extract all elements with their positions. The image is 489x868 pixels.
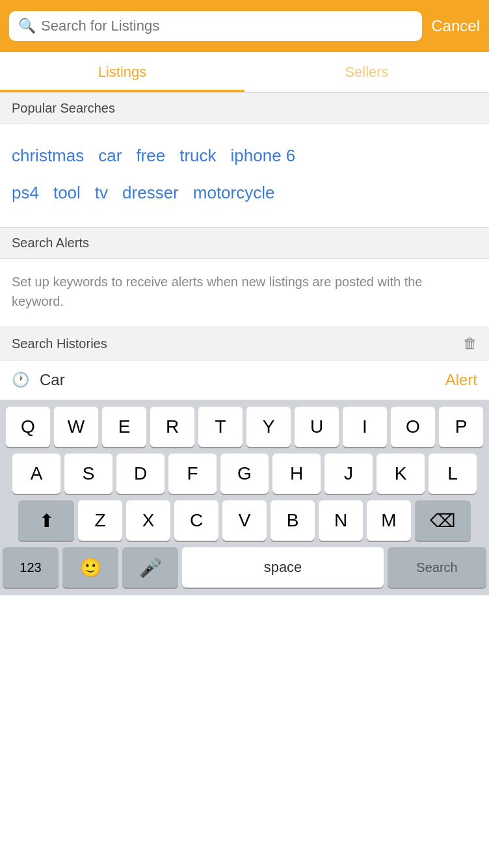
key-z[interactable]: Z	[78, 500, 122, 541]
key-g[interactable]: G	[220, 454, 269, 494]
key-t[interactable]: T	[198, 407, 243, 447]
key-r[interactable]: R	[150, 407, 194, 447]
keyboard-row-2: A S D F G H J K L	[3, 454, 486, 494]
tag-car[interactable]: car	[98, 146, 122, 165]
key-o[interactable]: O	[391, 407, 435, 447]
space-key[interactable]: space	[182, 547, 384, 588]
search-histories-header: Search Histories 🗑	[0, 327, 489, 360]
key-h[interactable]: H	[272, 454, 321, 494]
key-a[interactable]: A	[12, 454, 60, 494]
search-icon: 🔍	[18, 18, 36, 34]
key-y[interactable]: Y	[246, 407, 291, 447]
search-alerts-description: Set up keywords to receive alerts when n…	[0, 259, 489, 327]
header: 🔍 Cancel	[0, 0, 489, 52]
alert-link[interactable]: Alert	[445, 371, 477, 389]
key-b[interactable]: B	[271, 500, 315, 541]
key-k[interactable]: K	[377, 454, 425, 494]
key-m[interactable]: M	[367, 500, 411, 541]
tag-tool[interactable]: tool	[53, 183, 81, 202]
key-u[interactable]: U	[295, 407, 339, 447]
tag-motorcycle[interactable]: motorcycle	[193, 183, 275, 202]
key-v[interactable]: V	[222, 500, 267, 541]
tag-free[interactable]: free	[136, 146, 165, 165]
tab-listings[interactable]: Listings	[0, 52, 244, 92]
key-j[interactable]: J	[324, 454, 373, 494]
clock-icon: 🕐	[12, 372, 29, 388]
tag-christmas[interactable]: christmas	[12, 146, 84, 165]
popular-searches-header: Popular Searches	[0, 92, 489, 124]
history-item[interactable]: 🕐 Car Alert	[0, 360, 489, 400]
key-f[interactable]: F	[168, 454, 217, 494]
shift-key[interactable]: ⬆	[18, 500, 74, 541]
key-x[interactable]: X	[126, 500, 170, 541]
key-c[interactable]: C	[174, 500, 218, 541]
keyboard-row-3: ⬆ Z X C V B N M ⌫	[3, 500, 486, 541]
search-input[interactable]	[41, 18, 413, 34]
key-p[interactable]: P	[439, 407, 483, 447]
numbers-key[interactable]: 123	[3, 547, 59, 588]
search-histories-label: Search Histories	[12, 336, 107, 351]
key-e[interactable]: E	[102, 407, 146, 447]
history-text: Car	[40, 371, 445, 389]
search-key[interactable]: Search	[388, 547, 486, 588]
microphone-key[interactable]: 🎤	[122, 547, 178, 588]
keyboard-row-1: Q W E R T Y U I O P	[3, 407, 486, 447]
tag-ps4[interactable]: ps4	[12, 183, 39, 202]
tabs-bar: Listings Sellers	[0, 52, 489, 92]
key-l[interactable]: L	[429, 454, 477, 494]
keyboard-row-bottom: 123 🙂 🎤 space Search	[3, 547, 486, 593]
key-s[interactable]: S	[64, 454, 112, 494]
key-n[interactable]: N	[319, 500, 363, 541]
keyboard: Q W E R T Y U I O P A S D F G H J K L ⬆ …	[0, 400, 489, 595]
key-d[interactable]: D	[116, 454, 165, 494]
tag-iphone6[interactable]: iphone 6	[231, 146, 296, 165]
key-q[interactable]: Q	[6, 407, 50, 447]
key-i[interactable]: I	[343, 407, 387, 447]
tag-tv[interactable]: tv	[95, 183, 108, 202]
tab-sellers[interactable]: Sellers	[244, 52, 489, 92]
cancel-button[interactable]: Cancel	[431, 17, 480, 35]
trash-icon[interactable]: 🗑	[463, 335, 477, 352]
popular-searches-content: christmascarfreetruckiphone 6 ps4tooltvd…	[0, 124, 489, 227]
key-w[interactable]: W	[54, 407, 98, 447]
search-box: 🔍	[9, 11, 422, 41]
search-alerts-header: Search Alerts	[0, 227, 489, 259]
emoji-key[interactable]: 🙂	[62, 547, 118, 588]
tag-dresser[interactable]: dresser	[122, 183, 179, 202]
backspace-key[interactable]: ⌫	[415, 500, 471, 541]
tag-truck[interactable]: truck	[179, 146, 216, 165]
